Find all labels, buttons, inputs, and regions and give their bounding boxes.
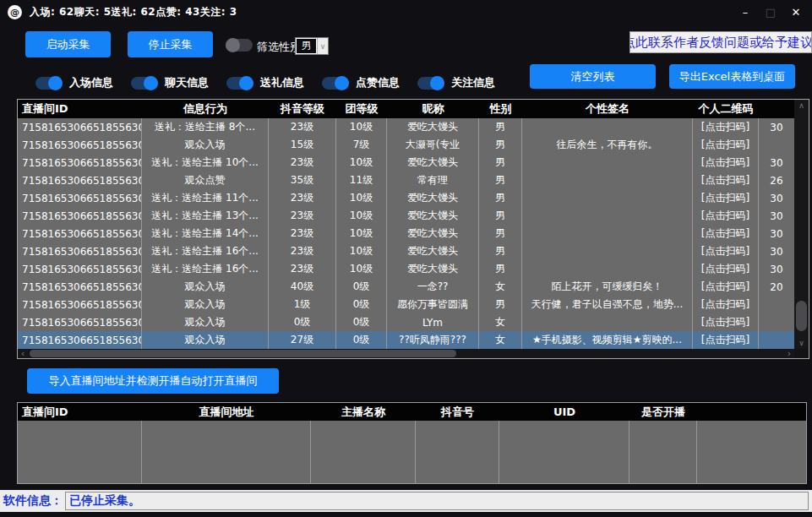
qr-scan-link[interactable]: [点击扫码] [693,154,759,171]
table-cell: 女 [479,278,522,296]
clear-list-button[interactable]: 清空列表 [530,64,656,89]
table-row[interactable]: 7158165306651855630观众入场1级0级愿你万事皆圆满男天行健，君… [18,296,794,313]
table-row[interactable]: 7158165306651855630送礼：送给主播 10个...23级10级爱… [18,154,794,171]
contact-author-marquee[interactable]: 点此联系作者反馈问题或给予建议 [629,31,812,53]
minimize-icon[interactable]: – [733,0,758,24]
main-table-header: 直播间ID信息行为抖音等级团等级昵称性别个性签名个人二维码 [18,100,794,118]
like-info-toggle[interactable] [322,77,349,90]
start-collect-button[interactable]: 启动采集 [25,31,111,57]
qr-scan-link[interactable]: [点击扫码] [693,171,759,189]
gender-select[interactable]: 男 ∨ [295,37,329,55]
horizontal-scrollbar-thumb[interactable] [30,350,456,357]
table-cell: 23级 [269,225,336,242]
entry-info-toggle[interactable] [35,77,63,90]
table-cell: 爱吃大馒头 [387,189,479,207]
table-cell: 23级 [269,118,336,136]
chevron-down-icon[interactable]: ∨ [317,38,328,54]
table-row[interactable]: 7158165306651855630观众入场15级7级大灏哥(专业男往后余生，… [18,136,794,154]
column-header[interactable]: 信息行为 [142,100,269,118]
close-icon[interactable]: ✕ [783,0,809,24]
column-header[interactable] [759,100,794,118]
qr-scan-link[interactable]: [点击扫码] [693,189,759,207]
table-row[interactable]: 7158165306651855630观众点赞35级11级常有理男[点击扫码]2… [18,171,794,189]
table-row[interactable]: 7158165306651855630观众入场27级0级??听凤静雨???女★手… [18,331,794,349]
table-row[interactable]: 7158165306651855630送礼：送给主播 13个...23级10级爱… [18,207,794,225]
table-cell: 男 [479,118,522,136]
qr-scan-link[interactable]: [点击扫码] [693,331,759,349]
table-cell: 23级 [269,189,336,207]
table-cell: 陌上花开，可缓缓归矣！ [522,278,693,296]
table-cell: 30 [759,154,794,171]
gender-select-value: 男 [297,39,316,53]
qr-scan-link[interactable]: [点击扫码] [693,296,759,313]
table-cell [522,313,693,331]
export-excel-button[interactable]: 导出Excel表格到桌面 [669,64,795,89]
table-row[interactable]: 7158165306651855630送礼：送给主播 11个...23级10级爱… [18,189,794,207]
column-header[interactable]: 昵称 [387,100,479,118]
column-header[interactable]: 直播间ID [18,403,142,421]
column-header[interactable]: UID [499,403,629,421]
scroll-up-icon[interactable]: ∧ [794,100,809,112]
qr-scan-link[interactable]: [点击扫码] [693,278,759,296]
table-cell: 观众入场 [142,136,269,154]
stop-collect-button[interactable]: 停止采集 [128,31,213,57]
table-row[interactable]: 7158165306651855630观众入场40级0级一念??女陌上花开，可缓… [18,278,794,296]
gift-info-toggle[interactable] [226,77,253,90]
column-header[interactable]: 抖音号 [416,403,499,421]
toggle-knob [144,76,158,90]
scroll-left-icon[interactable]: ‹ [18,349,28,358]
table-cell: 男 [479,242,522,260]
table-cell: 送礼：送给主播 8个... [142,118,269,136]
qr-scan-link[interactable]: [点击扫码] [693,313,759,331]
toggle-knob [226,38,240,52]
qr-scan-link[interactable]: [点击扫码] [693,118,759,136]
vertical-scrollbar-thumb[interactable] [796,301,807,331]
column-header[interactable]: 是否开播 [629,403,697,421]
table-row[interactable]: 7158165306651855630观众入场0级0级LYm女[点击扫码] [18,313,794,331]
toggle-item-follow: 关注信息 [417,75,495,90]
chat-info-toggle[interactable] [131,77,158,90]
qr-scan-link[interactable]: [点击扫码] [693,136,759,154]
scroll-down-icon[interactable]: ∨ [794,337,809,349]
column-header[interactable]: 抖音等级 [269,100,336,118]
empty-cell [629,421,697,483]
column-header[interactable]: 团等级 [336,100,387,118]
title-bar: @ 入场: 62聊天: 5送礼: 62点赞: 43关注: 3 – □ ✕ [0,0,812,24]
column-header[interactable]: 直播间地址 [142,403,311,421]
window-title: 入场: 62聊天: 5送礼: 62点赞: 43关注: 3 [30,5,237,19]
table-cell: 30 [759,260,794,278]
import-rooms-button[interactable]: 导入直播间地址并检测开播自动打开直播间 [27,368,279,394]
table-row[interactable]: 7158165306651855630送礼：送给主播 16个...23级10级爱… [18,242,794,260]
scroll-right-icon[interactable]: › [784,349,794,358]
column-header[interactable]: 个人二维码 [693,100,759,118]
toggle-knob [430,76,444,90]
column-header[interactable]: 个性签名 [522,100,693,118]
column-header[interactable] [697,403,806,421]
table-cell: 7158165306651855630 [18,189,142,207]
qr-scan-link[interactable]: [点击扫码] [693,242,759,260]
table-row[interactable]: 7158165306651855630送礼：送给主播 14个...23级10级爱… [18,225,794,242]
column-header[interactable]: 直播间ID [18,100,142,118]
gender-filter-toggle[interactable] [226,39,253,52]
maximize-icon[interactable]: □ [758,0,783,24]
table-row[interactable]: 7158165306651855630送礼：送给主播 16个...23级10级爱… [18,260,794,278]
follow-info-toggle[interactable] [417,77,444,90]
empty-cell [311,421,416,483]
table-cell: 20 [759,278,794,296]
qr-scan-link[interactable]: [点击扫码] [693,260,759,278]
table-cell: 观众入场 [142,331,269,349]
column-header[interactable]: 主播名称 [311,403,416,421]
vertical-scrollbar[interactable]: ∧ ∨ [794,100,809,349]
table-cell: 送礼：送给主播 16个... [142,242,269,260]
table-cell: 送礼：送给主播 10个... [142,154,269,171]
horizontal-scrollbar[interactable]: ‹ › [18,349,794,358]
table-cell: 15级 [269,136,336,154]
table-cell [522,189,693,207]
follow-info-label: 关注信息 [451,75,495,90]
qr-scan-link[interactable]: [点击扫码] [693,225,759,242]
table-row[interactable]: 7158165306651855630送礼：送给主播 8个...23级10级爱吃… [18,118,794,136]
qr-scan-link[interactable]: [点击扫码] [693,207,759,225]
info-toggles-row: 入场信息 聊天信息 送礼信息 点赞信息 关注信息 [35,75,513,90]
column-header[interactable]: 性别 [479,100,522,118]
window-controls: – □ ✕ [733,0,809,24]
